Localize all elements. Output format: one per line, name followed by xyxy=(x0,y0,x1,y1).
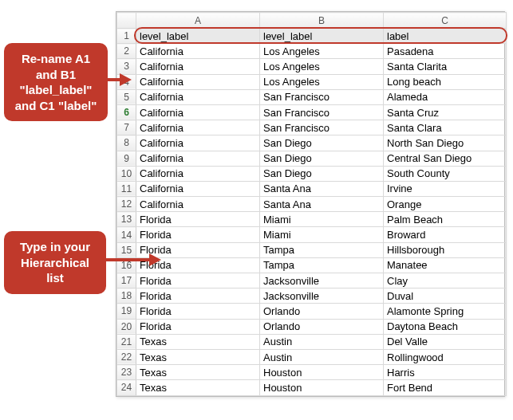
column-header-row[interactable]: A B C xyxy=(117,13,507,29)
cell[interactable]: label xyxy=(384,29,507,44)
row-header[interactable]: 3 xyxy=(117,59,136,74)
cell[interactable]: California xyxy=(136,104,260,120)
table-row[interactable]: 9CaliforniaSan DiegoCentral San Diego xyxy=(117,151,507,166)
table-row[interactable]: 7CaliforniaSan FranciscoSanta Clara xyxy=(117,120,507,135)
cell[interactable]: Santa Clara xyxy=(384,120,507,135)
cell[interactable]: Santa Ana xyxy=(260,197,384,212)
cell[interactable]: California xyxy=(136,44,260,59)
cell[interactable]: Tampa xyxy=(260,257,384,273)
cell[interactable]: Houston xyxy=(260,365,384,380)
row-header[interactable]: 17 xyxy=(117,273,136,289)
table-row[interactable]: 12CaliforniaSanta AnaOrange xyxy=(117,197,507,212)
cell[interactable]: Pasadena xyxy=(384,44,507,59)
cell[interactable]: level_label xyxy=(136,29,260,44)
cell[interactable]: Los Angeles xyxy=(260,59,384,74)
row-header[interactable]: 13 xyxy=(117,212,136,227)
row-header[interactable]: 1 xyxy=(117,29,136,44)
row-header[interactable]: 19 xyxy=(117,304,136,319)
cell[interactable]: Central San Diego xyxy=(384,151,507,166)
row-header[interactable]: 22 xyxy=(117,349,136,364)
cell[interactable]: Irvine xyxy=(384,181,507,196)
cell[interactable]: California xyxy=(136,120,260,135)
cell[interactable]: North San Diego xyxy=(384,135,507,151)
cell[interactable]: San Diego xyxy=(260,166,384,181)
row-header[interactable]: 23 xyxy=(117,365,136,380)
cell[interactable]: Harris xyxy=(384,365,507,380)
cell[interactable]: Alameda xyxy=(384,89,507,104)
cell[interactable]: San Diego xyxy=(260,151,384,166)
cell[interactable]: South County xyxy=(384,166,507,181)
row-header[interactable]: 24 xyxy=(117,380,136,395)
table-row[interactable]: 11CaliforniaSanta AnaIrvine xyxy=(117,181,507,196)
table-row[interactable]: 16FloridaTampaManatee xyxy=(117,257,507,273)
cell[interactable]: Hillsborough xyxy=(384,242,507,257)
cell[interactable]: California xyxy=(136,74,260,89)
row-header[interactable]: 7 xyxy=(117,120,136,135)
cell[interactable]: Austin xyxy=(260,349,384,364)
cell[interactable]: Los Angeles xyxy=(260,44,384,59)
cell[interactable]: San Diego xyxy=(260,135,384,151)
cell[interactable]: Florida xyxy=(136,227,260,242)
cell[interactable]: Houston xyxy=(260,380,384,395)
cell[interactable]: Palm Beach xyxy=(384,212,507,227)
cell[interactable]: Santa Ana xyxy=(260,181,384,196)
cell[interactable]: Manatee xyxy=(384,257,507,273)
table-row[interactable]: 5CaliforniaSan FranciscoAlameda xyxy=(117,89,507,104)
cell[interactable]: Florida xyxy=(136,304,260,319)
cell[interactable]: Texas xyxy=(136,334,260,349)
row-header[interactable]: 12 xyxy=(117,197,136,212)
row-header[interactable]: 14 xyxy=(117,227,136,242)
column-header-C[interactable]: C xyxy=(384,13,507,29)
cell[interactable]: California xyxy=(136,181,260,196)
table-row[interactable]: 24TexasHoustonFort Bend xyxy=(117,380,507,395)
cell[interactable]: San Francisco xyxy=(260,104,384,120)
column-header-B[interactable]: B xyxy=(260,13,384,29)
cell[interactable]: Florida xyxy=(136,273,260,289)
cell[interactable]: Santa Clarita xyxy=(384,59,507,74)
cell[interactable]: San Francisco xyxy=(260,120,384,135)
row-header[interactable]: 18 xyxy=(117,289,136,304)
cell[interactable]: California xyxy=(136,197,260,212)
spreadsheet-table[interactable]: A B C 1level_labellevel_labellabel2Calif… xyxy=(116,12,507,396)
table-row[interactable]: 6CaliforniaSan FranciscoSanta Cruz xyxy=(117,104,507,120)
table-row[interactable]: 23TexasHoustonHarris xyxy=(117,365,507,380)
select-all-corner[interactable] xyxy=(117,13,136,29)
table-row[interactable]: 14FloridaMiami Broward xyxy=(117,227,507,242)
cell[interactable]: Florida xyxy=(136,289,260,304)
table-row[interactable]: 4CaliforniaLos AngelesLong beach xyxy=(117,74,507,89)
cell[interactable]: Texas xyxy=(136,365,260,380)
cell[interactable]: Santa Cruz xyxy=(384,104,507,120)
cell[interactable]: Alamonte Spring xyxy=(384,304,507,319)
cell[interactable]: Orlando xyxy=(260,319,384,334)
cell[interactable]: Fort Bend xyxy=(384,380,507,395)
cell[interactable]: Texas xyxy=(136,349,260,364)
row-header[interactable]: 15 xyxy=(117,242,136,257)
table-row[interactable]: 10CaliforniaSan DiegoSouth County xyxy=(117,166,507,181)
row-header[interactable]: 5 xyxy=(117,89,136,104)
row-header[interactable]: 10 xyxy=(117,166,136,181)
table-row[interactable]: 2CaliforniaLos AngelesPasadena xyxy=(117,44,507,59)
cell[interactable]: California xyxy=(136,89,260,104)
cell[interactable]: Florida xyxy=(136,319,260,334)
spreadsheet[interactable]: A B C 1level_labellevel_labellabel2Calif… xyxy=(116,11,505,397)
cell[interactable]: Jacksonville xyxy=(260,273,384,289)
table-row[interactable]: 15FloridaTampaHillsborough xyxy=(117,242,507,257)
table-row[interactable]: 1level_labellevel_labellabel xyxy=(117,29,507,44)
cell[interactable]: Texas xyxy=(136,380,260,395)
row-header[interactable]: 2 xyxy=(117,44,136,59)
table-row[interactable]: 17FloridaJacksonvilleClay xyxy=(117,273,507,289)
cell[interactable]: Miami xyxy=(260,212,384,227)
cell[interactable]: California xyxy=(136,59,260,74)
row-header[interactable]: 9 xyxy=(117,151,136,166)
cell[interactable]: Orlando xyxy=(260,304,384,319)
table-row[interactable]: 3CaliforniaLos AngelesSanta Clarita xyxy=(117,59,507,74)
cell[interactable]: Duval xyxy=(384,289,507,304)
table-row[interactable]: 19FloridaOrlandoAlamonte Spring xyxy=(117,304,507,319)
row-header[interactable]: 6 xyxy=(117,104,136,120)
cell[interactable]: Orange xyxy=(384,197,507,212)
table-row[interactable]: 22TexasAustinRollingwood xyxy=(117,349,507,364)
cell[interactable]: California xyxy=(136,135,260,151)
table-row[interactable]: 20FloridaOrlandoDaytona Beach xyxy=(117,319,507,334)
cell[interactable]: Rollingwood xyxy=(384,349,507,364)
cell[interactable]: California xyxy=(136,151,260,166)
